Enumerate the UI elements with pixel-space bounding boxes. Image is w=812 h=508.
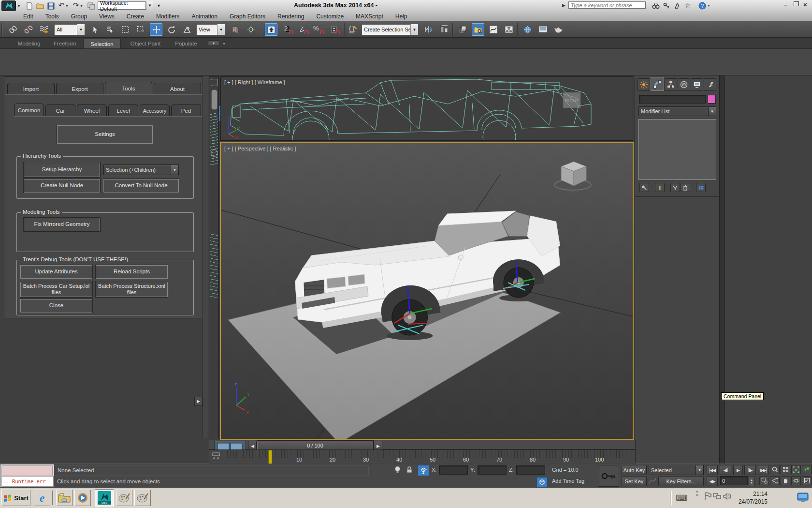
unlink-selection-icon[interactable] <box>22 23 35 36</box>
menu-graph-editors[interactable]: Graph Editors <box>229 12 266 21</box>
toolbar-handle[interactable] <box>1 23 2 36</box>
workspace-combo-arrow-icon[interactable]: ▼ <box>146 1 153 10</box>
modifier-list-arrow-icon[interactable]: ▼ <box>708 107 716 116</box>
taskbar-media-player-icon[interactable] <box>74 490 91 506</box>
curve-editor-icon[interactable] <box>487 23 500 36</box>
menu-group[interactable]: Group <box>70 12 88 21</box>
isolate-selection-icon[interactable] <box>536 477 548 487</box>
taskbar-3dsmax-icon-active[interactable]: MAX <box>95 489 114 507</box>
y-coord-field[interactable] <box>478 465 507 475</box>
viewcube-top-viewport[interactable]: RIGHT <box>559 88 584 113</box>
current-frame-field[interactable] <box>720 476 748 485</box>
viewport-top-label[interactable]: [ + ] [ Right ] [ Wireframe ] <box>224 79 285 85</box>
hierarchy-mode-arrow-icon[interactable]: ▼ <box>171 165 178 175</box>
region-zoom-icon[interactable] <box>759 476 769 485</box>
configure-modifier-sets-icon[interactable] <box>696 183 706 192</box>
menu-customize[interactable]: Customize <box>315 12 345 21</box>
z-coord-field[interactable] <box>516 465 545 475</box>
render-production-teapot-icon[interactable] <box>552 23 565 36</box>
edit-named-selection-sets-icon[interactable]: { } <box>347 23 360 36</box>
collapsed-viewport-sliver[interactable] <box>209 76 219 439</box>
go-to-start-button[interactable]: |◀◀ <box>707 465 718 475</box>
schematic-view-icon[interactable] <box>503 23 515 36</box>
bind-to-space-warp-icon[interactable] <box>38 23 50 36</box>
set-keys-button[interactable] <box>598 465 619 487</box>
ribbon-tab-modeling[interactable]: Modeling <box>12 39 46 48</box>
infocenter-arrow-icon[interactable]: ▶ <box>562 3 566 8</box>
manage-layers-icon[interactable] <box>456 23 469 36</box>
setup-hierarchy-button[interactable]: Setup Hierarchy <box>24 163 100 177</box>
tab-tools[interactable]: Tools <box>105 82 152 95</box>
modifier-stack-list[interactable] <box>638 119 716 180</box>
absolute-offset-mode-icon[interactable] <box>418 465 429 476</box>
frame-zero-marker[interactable] <box>268 450 272 464</box>
ribbon-tab-object-paint[interactable]: Object Paint <box>125 39 166 48</box>
render-setup-icon[interactable] <box>521 23 534 36</box>
zoom-extents-all-icon[interactable] <box>802 465 812 474</box>
minimize-button[interactable]: – <box>784 1 787 8</box>
help-caret-icon[interactable]: ▼ <box>707 4 710 7</box>
ribbon-flyout-caret-icon[interactable]: ▼ <box>222 42 226 45</box>
menu-help[interactable]: Help <box>394 12 408 21</box>
viewport-right-wireframe[interactable]: [ + ] [ Right ] [ Wireframe ] Z Y X RIGH… <box>220 76 633 141</box>
tray-network-icon[interactable] <box>713 493 722 500</box>
close-button[interactable]: × <box>803 1 807 8</box>
named-selection-set-combo[interactable]: Create Selection Se ▼ <box>362 24 419 35</box>
subscription-key-icon[interactable] <box>662 1 671 10</box>
create-null-node-button[interactable]: Create Null Node <box>24 179 100 193</box>
selection-filter-arrow-icon[interactable]: ▼ <box>77 24 85 35</box>
tray-clock[interactable]: 21:14 24/07/2015 <box>734 490 768 506</box>
percent-snap-label[interactable]: % <box>313 25 319 32</box>
convert-to-null-node-button[interactable]: Convert To Null Node <box>103 179 179 193</box>
fix-mirrored-geometry-button[interactable]: Fix Mirrored Geometry <box>24 218 100 231</box>
set-key-button[interactable]: Set Key <box>622 476 647 486</box>
workspace-combo[interactable]: Workspace: Default <box>98 1 146 10</box>
selection-filter-combo[interactable]: All ▼ <box>54 24 85 35</box>
play-button[interactable]: ▶ <box>733 465 743 475</box>
ribbon-tab-freeform[interactable]: Freeform <box>48 39 81 48</box>
spinner-snap-icon[interactable] <box>328 23 340 36</box>
menu-modifiers[interactable]: Modifiers <box>155 12 181 21</box>
tab-export[interactable]: Export <box>56 83 103 94</box>
show-end-result-icon[interactable]: ‖ <box>655 183 665 192</box>
select-and-manipulate-icon[interactable] <box>245 23 257 36</box>
redo-icon[interactable]: ↷ <box>72 1 80 10</box>
search-binoculars-icon[interactable] <box>652 1 660 10</box>
isolate-bulb-icon[interactable] <box>394 466 401 474</box>
zoom-icon[interactable] <box>770 465 780 474</box>
batch-process-structure-button[interactable]: Batch Process Structure.xml files <box>96 282 168 297</box>
toolbar-options-caret-icon[interactable]: ▼ <box>157 3 161 8</box>
close-button-panel[interactable]: Close <box>20 299 92 313</box>
select-and-link-icon[interactable] <box>7 23 19 36</box>
menu-create[interactable]: Create <box>126 12 145 21</box>
menu-rendering[interactable]: Rendering <box>276 12 305 21</box>
menu-views[interactable]: Views <box>98 12 116 21</box>
taskbar-paint-app-icon[interactable] <box>116 490 132 506</box>
ribbon-tab-selection[interactable]: Selection <box>83 39 121 48</box>
align-icon[interactable] <box>438 23 450 36</box>
rendered-frame-window-icon[interactable] <box>536 23 549 36</box>
workspace-icon[interactable] <box>87 1 96 10</box>
command-tab-create-icon[interactable] <box>638 78 650 91</box>
select-and-scale-icon[interactable] <box>181 23 193 36</box>
mirror-icon[interactable] <box>422 23 435 36</box>
taskbar-paint-app-icon-2[interactable] <box>134 490 151 506</box>
key-filters-curve-icon[interactable] <box>649 477 656 485</box>
listener-macro-row[interactable] <box>1 465 53 476</box>
subtab-wheel[interactable]: Wheel <box>77 105 107 116</box>
viewport-main-label[interactable]: [ + ] [ Perspective ] [ Realistic ] <box>224 146 296 151</box>
viewport-perspective[interactable]: [ + ] [ Perspective ] [ Realistic ] <box>220 142 634 440</box>
pin-stack-icon[interactable] <box>639 183 649 192</box>
object-name-field[interactable] <box>639 95 706 104</box>
x-coord-field[interactable] <box>439 465 468 475</box>
remove-modifier-icon[interactable] <box>681 183 690 192</box>
app-menu-caret-icon[interactable]: ▼ <box>17 4 21 8</box>
command-tab-display-icon[interactable] <box>691 78 703 91</box>
ribbon-tab-populate[interactable]: Populate <box>169 39 203 48</box>
settings-button[interactable]: Settings <box>57 125 153 144</box>
pan-hand-icon[interactable] <box>781 476 790 485</box>
object-color-swatch[interactable] <box>708 95 716 104</box>
selection-lock-icon[interactable] <box>406 466 413 474</box>
menu-tools[interactable]: Tools <box>44 12 60 21</box>
angle-snap-icon[interactable] <box>297 23 309 36</box>
